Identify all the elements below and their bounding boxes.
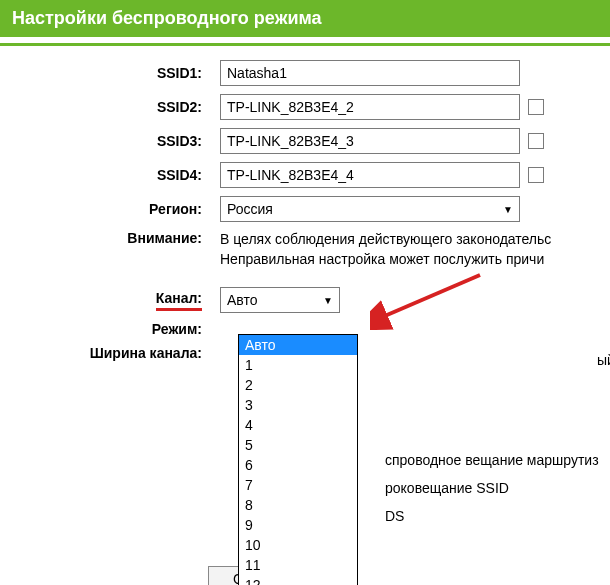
chevron-down-icon: ▼: [503, 204, 513, 215]
label-ssid3: SSID3:: [0, 133, 220, 149]
side-text-1: спроводное вещание маршрутиз: [385, 446, 599, 474]
label-ssid4: SSID4:: [0, 167, 220, 183]
page-title: Настройки беспроводного режима: [0, 0, 610, 37]
label-ssid1: SSID1:: [0, 65, 220, 81]
label-warning: Внимание:: [0, 230, 220, 246]
channel-dropdown-list[interactable]: ый ▼ Авто 1 2 3 4 5 6 7 8 9 10 11 12 13: [238, 334, 358, 585]
channel-select[interactable]: Авто ▼: [220, 287, 340, 313]
svg-line-1: [380, 275, 480, 318]
label-width: Ширина канала:: [0, 345, 220, 361]
warning-text: В целях соблюдения действующего законода…: [220, 230, 551, 269]
red-arrow-annotation: [370, 270, 490, 330]
channel-value: Авто: [227, 292, 258, 308]
label-channel: Канал:: [0, 290, 220, 311]
label-ssid2: SSID2:: [0, 99, 220, 115]
channel-option-11[interactable]: 11: [239, 555, 357, 575]
channel-option-4[interactable]: 4: [239, 415, 357, 435]
ssid3-checkbox[interactable]: [528, 133, 544, 149]
ssid2-checkbox[interactable]: [528, 99, 544, 115]
channel-option-9[interactable]: 9: [239, 515, 357, 535]
label-region: Регион:: [0, 201, 220, 217]
channel-option-10[interactable]: 10: [239, 535, 357, 555]
channel-option-12[interactable]: 12: [239, 575, 357, 585]
warning-line1: В целях соблюдения действующего законода…: [220, 230, 551, 250]
side-text-3: DS: [385, 502, 599, 530]
channel-option-auto[interactable]: Авто: [239, 335, 357, 355]
channel-option-7[interactable]: 7: [239, 475, 357, 495]
channel-option-2[interactable]: 2: [239, 375, 357, 395]
channel-option-3[interactable]: 3: [239, 395, 357, 415]
mode-select-partial: ый ▼: [597, 349, 610, 371]
channel-option-1[interactable]: 1: [239, 355, 357, 375]
region-value: Россия: [227, 201, 273, 217]
channel-option-8[interactable]: 8: [239, 495, 357, 515]
warning-line2: Неправильная настройка может послужить п…: [220, 250, 551, 270]
chevron-down-icon: ▼: [323, 295, 333, 306]
channel-option-5[interactable]: 5: [239, 435, 357, 455]
ssid4-input[interactable]: [220, 162, 520, 188]
region-select[interactable]: Россия ▼: [220, 196, 520, 222]
ssid2-input[interactable]: [220, 94, 520, 120]
label-mode: Режим:: [0, 321, 220, 337]
side-text-block: спроводное вещание маршрутиз роковещание…: [385, 446, 599, 530]
side-text-2: роковещание SSID: [385, 474, 599, 502]
ssid1-input[interactable]: [220, 60, 520, 86]
ssid4-checkbox[interactable]: [528, 167, 544, 183]
channel-option-6[interactable]: 6: [239, 455, 357, 475]
ssid3-input[interactable]: [220, 128, 520, 154]
